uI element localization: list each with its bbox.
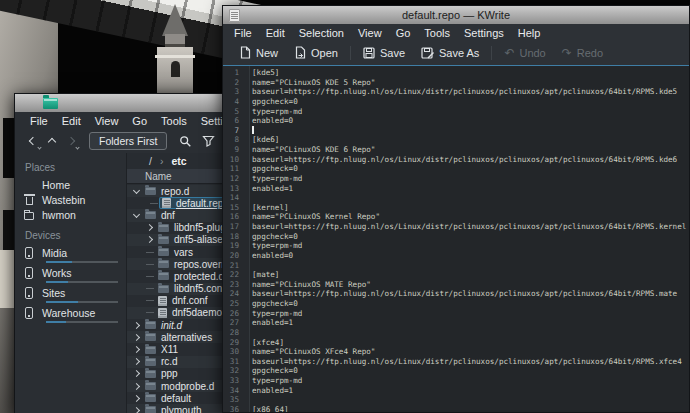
line-number: 1 — [223, 68, 245, 78]
editor-line[interactable]: 9 name="PCLinuxOS KDE 6 Repo" — [223, 145, 689, 155]
dolphin-menu-item[interactable]: Edit — [55, 115, 88, 127]
save-button[interactable]: Save — [355, 45, 413, 61]
editor-line[interactable]: 2 name="PCLinuxOS KDE 5 Repo" — [223, 78, 689, 88]
places-item[interactable]: Home — [23, 177, 126, 192]
text-editor-area[interactable]: 1 [kde5] 2 name="PCLinuxOS KDE 5 Repo" 3… — [223, 65, 689, 412]
editor-line[interactable]: 20 enabled=0 — [223, 251, 689, 261]
device-item[interactable]: Midia — [23, 245, 126, 263]
dolphin-menu-item[interactable]: Go — [125, 115, 154, 127]
device-capacity-fill — [46, 301, 78, 303]
editor-line[interactable]: 27 enabled=1 — [223, 318, 689, 328]
expander-icon[interactable] — [144, 252, 155, 253]
editor-line[interactable]: 28 — [223, 328, 689, 338]
expander-icon[interactable] — [131, 347, 142, 352]
kwrite-menu-item[interactable]: Go — [389, 27, 418, 39]
device-item[interactable]: Works — [23, 265, 126, 283]
sort-order-button[interactable]: Folders First — [89, 132, 167, 150]
editor-line[interactable]: 6 enabled=0 — [223, 116, 689, 126]
expander-icon[interactable] — [144, 276, 155, 277]
editor-line[interactable]: 17 baseurl=https://ftp.nluug.nl/os/Linux… — [223, 222, 689, 232]
editor-line[interactable]: 3 baseurl=https://ftp.nluug.nl/os/Linux/… — [223, 87, 689, 97]
editor-line[interactable]: 18 gpgcheck=0 — [223, 232, 689, 242]
editor-line[interactable]: 16 name="PCLinuxOS Kernel Repo" — [223, 212, 689, 222]
expander-icon[interactable] — [144, 237, 155, 242]
expander-icon[interactable] — [148, 203, 159, 204]
expander-icon[interactable] — [131, 323, 142, 328]
expander-icon[interactable] — [144, 300, 155, 301]
expander-icon[interactable] — [131, 396, 142, 401]
kwrite-menu-item[interactable]: Edit — [259, 27, 292, 39]
editor-line[interactable]: 4 gpgcheck=0 — [223, 97, 689, 107]
editor-line[interactable]: 5 type=rpm-md — [223, 107, 689, 117]
expander-icon[interactable] — [131, 190, 142, 193]
places-list: Home Wastebin hwmon — [23, 177, 126, 222]
editor-line[interactable]: 36 [x86_64] — [223, 405, 689, 412]
new-button[interactable]: New — [231, 44, 286, 61]
editor-line[interactable]: 24 baseurl=https://ftp.nluug.nl/os/Linux… — [223, 289, 689, 299]
editor-line[interactable]: 19 type=rpm-md — [223, 241, 689, 251]
expander-icon[interactable] — [131, 359, 142, 364]
expander-icon[interactable] — [144, 312, 155, 313]
breadcrumb-root[interactable]: / — [149, 155, 152, 167]
editor-line[interactable]: 14 — [223, 193, 689, 203]
filter-button[interactable] — [202, 135, 215, 148]
kwrite-titlebar[interactable]: default.repo — KWrite — [223, 6, 689, 24]
editor-line[interactable]: 21 — [223, 261, 689, 271]
dolphin-menu-item[interactable]: View — [88, 115, 126, 127]
search-button[interactable] — [179, 135, 192, 148]
kwrite-menu-item[interactable]: Help — [511, 27, 548, 39]
redo-button-disabled[interactable]: ↷ Redo — [554, 45, 611, 61]
kwrite-menu-item[interactable]: Settings — [457, 27, 511, 39]
dolphin-menu-item[interactable]: File — [23, 115, 55, 127]
editor-line[interactable]: 8 [kde6] — [223, 135, 689, 145]
up-icon — [47, 138, 55, 146]
editor-line[interactable]: 15 [kernel] — [223, 203, 689, 213]
editor-line[interactable]: 32 gpgcheck=0 — [223, 366, 689, 376]
places-item[interactable]: Wastebin — [23, 192, 126, 207]
undo-button-disabled[interactable]: ↶ Undo — [496, 45, 553, 61]
places-item[interactable]: hwmon — [23, 207, 126, 222]
expander-icon[interactable] — [144, 264, 155, 265]
expander-icon[interactable] — [144, 225, 155, 230]
open-button[interactable]: Open — [286, 44, 346, 61]
expander-icon[interactable] — [131, 214, 142, 217]
editor-line[interactable]: 26 type=rpm-md — [223, 309, 689, 319]
editor-line[interactable]: 23 name="PCLinuxOS MATE Repo" — [223, 280, 689, 290]
expander-icon[interactable] — [131, 408, 142, 413]
editor-line[interactable]: 7 — [223, 126, 689, 136]
forward-button-disabled[interactable] — [61, 132, 80, 150]
device-item[interactable]: Warehouse — [23, 305, 126, 323]
dolphin-menu-item[interactable]: Tools — [154, 115, 194, 127]
kwrite-menu-item[interactable]: Selection — [292, 27, 351, 39]
kwrite-menu-item[interactable]: Tools — [417, 27, 457, 39]
editor-line[interactable]: 25 gpgcheck=0 — [223, 299, 689, 309]
expander-icon[interactable] — [131, 371, 142, 376]
editor-line[interactable]: 34 enabled=1 — [223, 386, 689, 396]
line-text: [mate] — [245, 270, 279, 280]
kwrite-menu-item[interactable]: View — [351, 27, 389, 39]
editor-line[interactable]: 13 enabled=1 — [223, 184, 689, 194]
expander-icon[interactable] — [144, 288, 155, 289]
editor-line[interactable]: 35 — [223, 395, 689, 405]
editor-line[interactable]: 30 name="PCLinuxOS XFce4 Repo" — [223, 347, 689, 357]
back-button[interactable] — [23, 132, 42, 150]
dolphin-app-icon — [43, 98, 58, 109]
breadcrumb-current[interactable]: etc — [171, 155, 186, 167]
editor-line[interactable]: 1 [kde5] — [223, 68, 689, 78]
editor-line[interactable]: 22 [mate] — [223, 270, 689, 280]
up-button[interactable] — [42, 132, 61, 150]
device-item[interactable]: Sites — [23, 285, 126, 303]
expander-icon[interactable] — [131, 384, 142, 389]
editor-line[interactable]: 11 gpgcheck=0 — [223, 164, 689, 174]
editor-line[interactable]: 12 type=rpm-md — [223, 174, 689, 184]
kwrite-menu-item[interactable]: File — [227, 27, 259, 39]
editor-line[interactable]: 10 baseurl=https://ftp.nluug.nl/os/Linux… — [223, 155, 689, 165]
line-number: 4 — [223, 97, 245, 107]
editor-line[interactable]: 29 [xfce4] — [223, 338, 689, 348]
editor-line[interactable]: 33 type=rpm-md — [223, 376, 689, 386]
toolbar-separator-2 — [491, 46, 492, 60]
expander-icon[interactable] — [131, 335, 142, 340]
save-as-button[interactable]: Save As — [413, 45, 487, 61]
folder-icon — [158, 224, 169, 232]
editor-line[interactable]: 31 baseurl=https://ftp.nluug.nl/os/Linux… — [223, 357, 689, 367]
